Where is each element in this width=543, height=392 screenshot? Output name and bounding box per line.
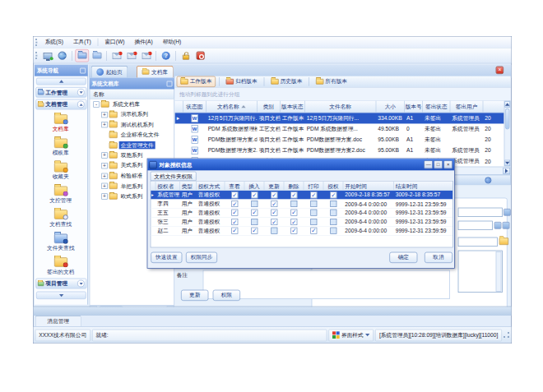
tree-column-header[interactable]: 名称 (90, 90, 174, 99)
checkbox[interactable] (251, 201, 258, 207)
tab-message-management[interactable]: 消息管理 (35, 316, 81, 326)
tree-node[interactable]: +测试机机系列 (90, 120, 174, 130)
checkbox[interactable] (310, 201, 317, 207)
checkbox[interactable] (310, 219, 317, 225)
expand-icon[interactable]: + (101, 163, 107, 168)
checkbox[interactable]: ✓ (251, 228, 258, 234)
collapse-circle-icon[interactable] (485, 177, 491, 183)
col-status-icon[interactable]: 状态图 (183, 101, 207, 113)
checkbox[interactable] (330, 201, 336, 207)
cancel-button[interactable]: 取消 (425, 252, 452, 263)
property-field[interactable] (458, 208, 503, 217)
col-checkout-user[interactable]: 签出用户 (450, 101, 483, 113)
checkbox[interactable]: ✓ (330, 191, 336, 198)
resize-grip-icon[interactable] (504, 332, 509, 338)
table-row[interactable]: WPDM数据整理方案2.doc项目文档工作版本PDM数据整理方案2.doc95.… (175, 145, 504, 156)
expand-icon[interactable]: + (101, 122, 107, 127)
col-start-time[interactable]: 开始时间 (343, 182, 393, 191)
dialog-title-bar[interactable]: 对象授权信息 — □ × (147, 159, 454, 170)
checkbox[interactable] (330, 219, 336, 225)
tree-node[interactable]: -系统文档库 (90, 99, 174, 109)
section-doc-management[interactable]: 文档管理 (35, 99, 86, 110)
chevron-down-icon[interactable] (77, 89, 85, 96)
scroll-down-icon[interactable] (504, 160, 510, 166)
tab-history-version[interactable]: 历史版本 (267, 76, 305, 86)
col-doc-name[interactable]: 文档名称 (207, 101, 258, 113)
lock-icon[interactable] (179, 49, 193, 62)
col-version-state[interactable]: 版本状态 (281, 101, 305, 113)
table-row[interactable]: WPDM 系统数据整理检...工艺文档工作版本PDM 系统数据整理...49.5… (175, 123, 504, 134)
pin-icon[interactable] (80, 67, 86, 73)
sidebar-item-docsearch[interactable]: 文档查找 (35, 210, 86, 228)
checkbox[interactable]: ✓ (251, 191, 258, 198)
maximize-icon[interactable]: □ (434, 160, 443, 168)
expand-icon[interactable]: + (101, 183, 107, 189)
table-vertical-scrollbar[interactable] (504, 101, 511, 167)
help-icon[interactable] (159, 49, 173, 62)
checkbox[interactable] (271, 228, 277, 234)
chevron-down-icon[interactable] (77, 280, 85, 288)
mail-alert-icon[interactable] (139, 49, 153, 62)
menu-system[interactable]: 系统(S) (40, 37, 68, 48)
computer-icon[interactable] (40, 49, 54, 62)
mail-icon[interactable] (109, 49, 123, 62)
section-project-management[interactable]: 项目管理 (35, 279, 86, 289)
checkbox[interactable]: ✓ (290, 219, 297, 225)
checkbox[interactable]: ✓ (231, 219, 238, 225)
ok-button[interactable]: 确定 (389, 252, 417, 263)
col-auth-mode[interactable]: 授权方式 (197, 182, 225, 191)
sidebar-item-foldersearch[interactable]: 文件夹查找 (35, 234, 86, 252)
tab-work-version[interactable]: 工作版本 (177, 76, 216, 87)
expand-icon[interactable]: + (101, 112, 107, 118)
section-work-management[interactable]: 工作管理 (35, 87, 86, 98)
status-style[interactable]: 界面样式 (329, 329, 374, 341)
field-button[interactable] (503, 222, 510, 229)
expand-icon[interactable]: + (101, 153, 107, 159)
col-checkout-state[interactable]: 签出状态 (423, 101, 450, 113)
collapse-icon[interactable]: - (93, 101, 99, 107)
sidebar-item-template[interactable]: 模板库 (35, 139, 86, 157)
checkbox[interactable]: ✓ (231, 191, 238, 198)
sidebar-item-checkedout[interactable]: 签出的文档 (35, 257, 86, 275)
nav-expand-button[interactable] (36, 292, 86, 299)
expand-icon[interactable]: + (101, 173, 107, 178)
close-icon[interactable]: × (496, 67, 504, 74)
open-folder-button[interactable] (499, 238, 508, 245)
checkbox[interactable]: ✓ (290, 228, 297, 234)
chevron-up-icon[interactable] (77, 101, 85, 108)
checkbox[interactable] (310, 210, 317, 216)
table-row[interactable]: WPDM数据整理方案.doc项目文档工作版本PDM数据整理方案.doc95.00… (175, 134, 504, 145)
checkbox[interactable]: ✓ (231, 201, 238, 207)
textarea-scrollbar[interactable] (496, 251, 502, 292)
checkbox[interactable]: ✓ (231, 228, 238, 234)
tree-node-selected[interactable]: 企业管理文件 (90, 141, 174, 150)
checkbox[interactable]: ✓ (271, 191, 277, 198)
col-delete[interactable]: 删除 (284, 182, 304, 191)
permission-sync-button[interactable]: 权限同步 (186, 252, 217, 263)
dialog-tab-folder-permissions[interactable]: 文档文件夹权限 (151, 172, 197, 181)
tab-archive-version[interactable]: 归档版本 (223, 76, 261, 86)
quick-settings-button[interactable]: 快速设置 (151, 252, 182, 263)
col-type[interactable]: 类型 (180, 182, 197, 191)
field-button[interactable] (504, 209, 511, 216)
calendar-alert-icon[interactable] (124, 49, 138, 62)
menu-window[interactable]: 窗口(W) (100, 37, 129, 48)
col-print[interactable]: 打印 (304, 182, 323, 191)
dialog-row[interactable]: 王五用户普通授权✓✓✓✓2009-6-4 0:00:009999-12-31 2… (151, 209, 452, 218)
field-button[interactable] (494, 222, 502, 229)
open-folder-icon[interactable] (75, 49, 89, 62)
checkbox[interactable]: ✓ (251, 210, 258, 216)
checkbox[interactable]: ✓ (290, 191, 297, 198)
col-file-name[interactable]: 文件名称 (305, 101, 377, 113)
col-update[interactable]: 更新 (264, 182, 284, 191)
checkbox[interactable] (330, 228, 336, 234)
menu-help[interactable]: 帮助(H) (158, 37, 187, 48)
checkbox[interactable]: ✓ (271, 219, 277, 225)
sidebar-item-doccontrol[interactable]: 文控管理 (35, 187, 86, 205)
dialog-row[interactable]: 李四用户普通授权✓✓2009-6-4 0:00:009999-12-31 23:… (151, 200, 452, 209)
exit-icon[interactable] (193, 49, 207, 62)
col-view[interactable]: 查看 (225, 182, 244, 191)
pin-icon[interactable] (167, 81, 173, 86)
menu-plugin[interactable]: 插件(A) (129, 37, 157, 48)
checkbox[interactable]: ✓ (310, 191, 317, 198)
